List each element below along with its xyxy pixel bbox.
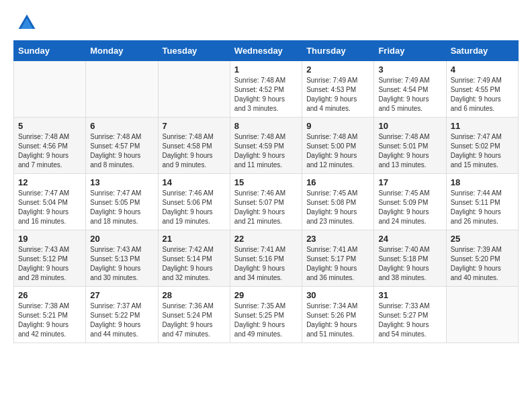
day-number: 28 <box>163 290 226 300</box>
calendar-table: SundayMondayTuesdayWednesdayThursdayFrid… <box>13 40 519 343</box>
weekday-header-thursday: Thursday <box>302 41 374 61</box>
day-info: Sunrise: 7:43 AM Sunset: 5:12 PM Dayligh… <box>18 245 81 283</box>
day-number: 11 <box>451 121 514 131</box>
day-number: 4 <box>451 64 514 75</box>
calendar-day-cell: 8Sunrise: 7:48 AM Sunset: 4:59 PM Daylig… <box>230 118 302 174</box>
calendar-day-cell: 18Sunrise: 7:44 AM Sunset: 5:11 PM Dayli… <box>446 174 518 230</box>
day-number: 21 <box>163 234 226 244</box>
calendar-day-cell: 10Sunrise: 7:48 AM Sunset: 5:01 PM Dayli… <box>374 118 446 174</box>
calendar-day-cell: 29Sunrise: 7:35 AM Sunset: 5:25 PM Dayli… <box>230 287 302 343</box>
day-number: 2 <box>306 64 369 75</box>
calendar-week-row: 26Sunrise: 7:38 AM Sunset: 5:21 PM Dayli… <box>14 287 519 343</box>
day-info: Sunrise: 7:48 AM Sunset: 5:01 PM Dayligh… <box>378 132 441 170</box>
calendar-week-row: 1Sunrise: 7:48 AM Sunset: 4:52 PM Daylig… <box>14 61 519 118</box>
day-number: 1 <box>234 64 298 75</box>
weekday-header-sunday: Sunday <box>14 41 86 61</box>
day-info: Sunrise: 7:42 AM Sunset: 5:14 PM Dayligh… <box>163 245 226 283</box>
day-info: Sunrise: 7:48 AM Sunset: 4:58 PM Dayligh… <box>163 132 226 170</box>
day-info: Sunrise: 7:48 AM Sunset: 4:56 PM Dayligh… <box>18 132 81 170</box>
day-info: Sunrise: 7:37 AM Sunset: 5:22 PM Dayligh… <box>90 302 153 339</box>
day-number: 14 <box>163 177 226 187</box>
weekday-header-tuesday: Tuesday <box>158 41 230 61</box>
calendar-day-cell: 2Sunrise: 7:49 AM Sunset: 4:53 PM Daylig… <box>302 61 374 118</box>
day-number: 18 <box>451 177 514 187</box>
weekday-header-wednesday: Wednesday <box>230 41 302 61</box>
day-number: 8 <box>234 121 298 131</box>
calendar-day-cell: 26Sunrise: 7:38 AM Sunset: 5:21 PM Dayli… <box>14 287 86 343</box>
day-info: Sunrise: 7:48 AM Sunset: 4:59 PM Dayligh… <box>234 132 298 170</box>
calendar-day-cell <box>14 61 86 118</box>
day-info: Sunrise: 7:46 AM Sunset: 5:07 PM Dayligh… <box>234 189 298 226</box>
calendar-day-cell: 28Sunrise: 7:36 AM Sunset: 5:24 PM Dayli… <box>158 287 230 343</box>
calendar-day-cell: 12Sunrise: 7:47 AM Sunset: 5:04 PM Dayli… <box>14 174 86 230</box>
calendar-day-cell: 4Sunrise: 7:49 AM Sunset: 4:55 PM Daylig… <box>446 61 518 118</box>
calendar-body: 1Sunrise: 7:48 AM Sunset: 4:52 PM Daylig… <box>14 61 519 343</box>
calendar-header: SundayMondayTuesdayWednesdayThursdayFrid… <box>14 41 519 61</box>
day-number: 5 <box>18 121 81 131</box>
day-number: 29 <box>234 290 298 300</box>
calendar-wrapper: SundayMondayTuesdayWednesdayThursdayFrid… <box>0 40 532 350</box>
calendar-week-row: 5Sunrise: 7:48 AM Sunset: 4:56 PM Daylig… <box>14 118 519 174</box>
day-number: 10 <box>378 121 441 131</box>
calendar-day-cell: 14Sunrise: 7:46 AM Sunset: 5:06 PM Dayli… <box>158 174 230 230</box>
calendar-day-cell <box>446 287 518 343</box>
calendar-day-cell: 7Sunrise: 7:48 AM Sunset: 4:58 PM Daylig… <box>158 118 230 174</box>
day-info: Sunrise: 7:47 AM Sunset: 5:05 PM Dayligh… <box>90 189 153 226</box>
day-info: Sunrise: 7:47 AM Sunset: 5:02 PM Dayligh… <box>451 132 514 170</box>
day-info: Sunrise: 7:38 AM Sunset: 5:21 PM Dayligh… <box>18 302 81 339</box>
calendar-day-cell: 9Sunrise: 7:48 AM Sunset: 5:00 PM Daylig… <box>302 118 374 174</box>
day-info: Sunrise: 7:45 AM Sunset: 5:08 PM Dayligh… <box>306 189 369 226</box>
day-info: Sunrise: 7:49 AM Sunset: 4:54 PM Dayligh… <box>378 76 441 113</box>
weekday-header-monday: Monday <box>86 41 158 61</box>
calendar-day-cell: 27Sunrise: 7:37 AM Sunset: 5:22 PM Dayli… <box>86 287 158 343</box>
day-number: 30 <box>306 290 369 300</box>
calendar-day-cell: 24Sunrise: 7:40 AM Sunset: 5:18 PM Dayli… <box>374 230 446 287</box>
calendar-day-cell: 17Sunrise: 7:45 AM Sunset: 5:09 PM Dayli… <box>374 174 446 230</box>
weekday-header-saturday: Saturday <box>446 41 518 61</box>
day-number: 16 <box>306 177 369 187</box>
day-info: Sunrise: 7:49 AM Sunset: 4:55 PM Dayligh… <box>451 76 514 113</box>
calendar-day-cell: 6Sunrise: 7:48 AM Sunset: 4:57 PM Daylig… <box>86 118 158 174</box>
day-info: Sunrise: 7:41 AM Sunset: 5:16 PM Dayligh… <box>234 245 298 283</box>
weekday-header-friday: Friday <box>374 41 446 61</box>
day-info: Sunrise: 7:45 AM Sunset: 5:09 PM Dayligh… <box>378 189 441 226</box>
day-number: 15 <box>234 177 298 187</box>
day-number: 13 <box>90 177 153 187</box>
calendar-day-cell: 1Sunrise: 7:48 AM Sunset: 4:52 PM Daylig… <box>230 61 302 118</box>
day-info: Sunrise: 7:48 AM Sunset: 5:00 PM Dayligh… <box>306 132 369 170</box>
calendar-day-cell: 20Sunrise: 7:43 AM Sunset: 5:13 PM Dayli… <box>86 230 158 287</box>
day-info: Sunrise: 7:34 AM Sunset: 5:26 PM Dayligh… <box>306 302 369 339</box>
calendar-day-cell: 15Sunrise: 7:46 AM Sunset: 5:07 PM Dayli… <box>230 174 302 230</box>
day-number: 20 <box>90 234 153 244</box>
logo <box>16 12 40 34</box>
day-number: 3 <box>378 64 441 75</box>
day-info: Sunrise: 7:41 AM Sunset: 5:17 PM Dayligh… <box>306 245 369 283</box>
day-number: 7 <box>163 121 226 131</box>
day-info: Sunrise: 7:36 AM Sunset: 5:24 PM Dayligh… <box>163 302 226 339</box>
calendar-day-cell: 25Sunrise: 7:39 AM Sunset: 5:20 PM Dayli… <box>446 230 518 287</box>
day-number: 22 <box>234 234 298 244</box>
weekday-header-row: SundayMondayTuesdayWednesdayThursdayFrid… <box>14 41 519 61</box>
day-number: 19 <box>18 234 81 244</box>
day-number: 31 <box>378 290 441 300</box>
calendar-day-cell: 16Sunrise: 7:45 AM Sunset: 5:08 PM Dayli… <box>302 174 374 230</box>
day-number: 23 <box>306 234 369 244</box>
calendar-day-cell: 23Sunrise: 7:41 AM Sunset: 5:17 PM Dayli… <box>302 230 374 287</box>
day-info: Sunrise: 7:46 AM Sunset: 5:06 PM Dayligh… <box>163 189 226 226</box>
day-info: Sunrise: 7:40 AM Sunset: 5:18 PM Dayligh… <box>378 245 441 283</box>
calendar-day-cell: 19Sunrise: 7:43 AM Sunset: 5:12 PM Dayli… <box>14 230 86 287</box>
day-number: 25 <box>451 234 514 244</box>
day-info: Sunrise: 7:49 AM Sunset: 4:53 PM Dayligh… <box>306 76 369 113</box>
calendar-week-row: 19Sunrise: 7:43 AM Sunset: 5:12 PM Dayli… <box>14 230 519 287</box>
calendar-day-cell: 21Sunrise: 7:42 AM Sunset: 5:14 PM Dayli… <box>158 230 230 287</box>
day-number: 12 <box>18 177 81 187</box>
day-number: 6 <box>90 121 153 131</box>
day-info: Sunrise: 7:33 AM Sunset: 5:27 PM Dayligh… <box>378 302 441 339</box>
calendar-day-cell: 31Sunrise: 7:33 AM Sunset: 5:27 PM Dayli… <box>374 287 446 343</box>
day-number: 26 <box>18 290 81 300</box>
day-info: Sunrise: 7:47 AM Sunset: 5:04 PM Dayligh… <box>18 189 81 226</box>
calendar-day-cell <box>158 61 230 118</box>
day-number: 17 <box>378 177 441 187</box>
calendar-day-cell: 30Sunrise: 7:34 AM Sunset: 5:26 PM Dayli… <box>302 287 374 343</box>
day-info: Sunrise: 7:48 AM Sunset: 4:57 PM Dayligh… <box>90 132 153 170</box>
